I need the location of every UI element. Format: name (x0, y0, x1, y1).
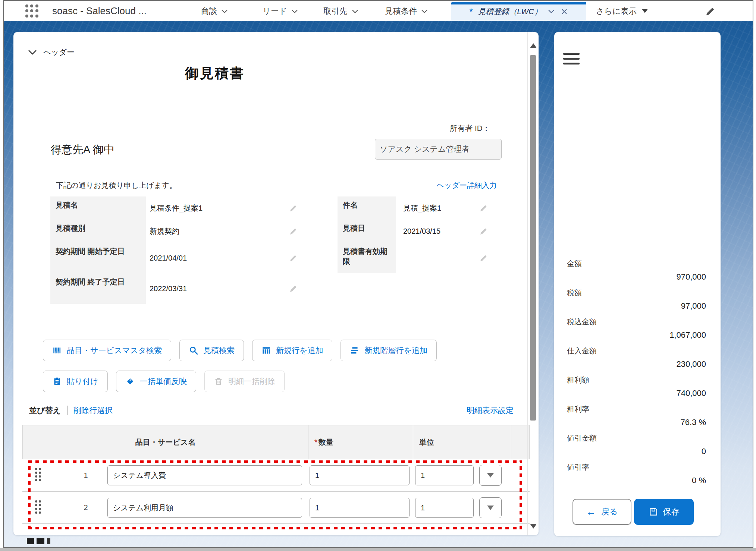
nav-tab-account[interactable]: 取引先 (323, 6, 359, 16)
header-section-toggle[interactable]: ヘッダー (28, 47, 74, 57)
display-settings-link[interactable]: 明細表示設定 (467, 405, 514, 416)
price-tag-icon (125, 377, 135, 386)
scroll-down-arrow-icon[interactable] (530, 524, 537, 529)
nav-tab-quote-registration-active[interactable]: * 見積登録（LWC） (451, 2, 586, 21)
edit-pencil-icon[interactable] (289, 284, 298, 293)
top-navigation-bar: soasc - SalesCloud ... 商談 リード 取引先 見積条件 *… (4, 1, 753, 21)
nav-tab-label: 見積条件 (385, 6, 417, 16)
add-row-button[interactable]: 新規行を追加 (252, 340, 333, 361)
select-delete-rows-link[interactable]: 削除行選択 (73, 405, 113, 416)
toolbar-row-1: 品目・サービスマスタ検索 見積検索 新規行を追加 新規階層行を追加 (43, 340, 445, 361)
row-number: 1 (78, 459, 93, 491)
nav-tab-quote-condition[interactable]: 見積条件 (385, 6, 428, 16)
vertical-scrollbar[interactable] (527, 32, 539, 535)
summary-value: 970,000 (567, 271, 706, 283)
save-disk-icon (649, 507, 658, 517)
qty-input[interactable] (310, 498, 410, 518)
menu-hamburger-icon[interactable] (563, 53, 580, 67)
table-body: 1 2 (22, 459, 530, 524)
more-tabs-button[interactable]: さらに表示 (596, 6, 648, 16)
button-label: 戻る (601, 506, 618, 517)
paste-button[interactable]: 貼り付け (43, 371, 108, 392)
field-value: 2021/04/01 (150, 254, 187, 262)
divider (67, 406, 68, 415)
quote-search-button[interactable]: 見積検索 (179, 340, 244, 361)
item-name-input[interactable] (107, 465, 302, 485)
item-name-input[interactable] (107, 498, 302, 518)
edit-pencil-icon[interactable] (479, 204, 488, 212)
scrollbar-thumb[interactable] (530, 55, 536, 421)
nav-tab-label: リード (263, 6, 287, 16)
unit-dropdown-button[interactable] (479, 497, 502, 518)
summary-item-tax-included: 税込金額 1,067,000 (567, 317, 706, 341)
field-row-subject: 件名 見積_提案1 (338, 196, 517, 220)
edit-pencil-icon[interactable] (479, 227, 488, 236)
arrow-left-icon: ← (586, 507, 596, 517)
edit-pencil-icon[interactable] (289, 227, 298, 236)
summary-label: 粗利額 (567, 375, 706, 385)
button-label: 貼り付け (67, 376, 98, 387)
summary-panel: 金額 970,000 税額 97,000 税込金額 1,067,000 仕入金額… (554, 32, 721, 536)
nav-tab-label: 取引先 (323, 6, 348, 16)
unit-dropdown-button[interactable] (479, 465, 502, 486)
scroll-up-arrow-icon[interactable] (530, 43, 537, 48)
drag-handle-icon[interactable] (35, 468, 41, 481)
sort-label[interactable]: 並び替え (29, 405, 61, 416)
summary-list: 金額 970,000 税額 97,000 税込金額 1,067,000 仕入金額… (567, 259, 706, 491)
field-value: 見積_提案1 (403, 203, 441, 213)
field-label: 契約期間 開始予定日 (50, 243, 146, 273)
back-button[interactable]: ← 戻る (573, 499, 631, 525)
summary-label: 仕入金額 (567, 346, 706, 356)
hierarchy-rows-icon (350, 346, 360, 355)
edit-pencil-icon[interactable] (289, 204, 298, 212)
button-label: 明細一括削除 (228, 376, 275, 387)
required-mark: * (314, 438, 317, 447)
header-section-label: ヘッダー (43, 47, 74, 57)
save-button[interactable]: 保存 (634, 499, 694, 525)
barcode-icon (52, 346, 62, 355)
field-value: 見積条件_提案1 (150, 203, 203, 213)
edit-page-pencil-icon[interactable] (705, 6, 716, 17)
qty-input[interactable] (310, 465, 410, 485)
table-header-row: 品目・サービス名 * 数量 単位 (22, 425, 530, 459)
chevron-down-icon (221, 8, 228, 15)
summary-label: 金額 (567, 259, 706, 268)
trash-icon (214, 377, 223, 386)
unsaved-indicator: * (470, 7, 473, 16)
column-header-item-name: 品目・サービス名 (23, 425, 308, 459)
owner-id-field: ソアスク システム管理者 (375, 139, 502, 160)
close-icon[interactable] (561, 8, 568, 15)
clipped-bottom-content (27, 538, 50, 544)
fields-right-column: 件名 見積_提案1 見積日 2021/03/15 見積書有効期限 (338, 196, 517, 273)
app-window: soasc - SalesCloud ... 商談 リード 取引先 見積条件 *… (3, 0, 753, 548)
chevron-down-icon[interactable] (547, 8, 555, 15)
summary-label: 値引金額 (567, 433, 706, 443)
row-number: 2 (78, 492, 93, 523)
bulk-unit-price-button[interactable]: 一括単価反映 (116, 371, 196, 392)
active-tab-label: 見積登録（LWC） (478, 6, 542, 17)
summary-label: 税込金額 (567, 317, 706, 327)
app-launcher-icon[interactable] (25, 4, 39, 18)
table-row: 1 (22, 459, 530, 491)
drag-handle-icon[interactable] (35, 500, 41, 514)
edit-pencil-icon[interactable] (479, 254, 488, 262)
quote-form-panel: ヘッダー 御見積書 所有者 ID： ソアスク システム管理者 得意先A 御中 下… (13, 32, 539, 535)
master-search-button[interactable]: 品目・サービスマスタ検索 (43, 340, 171, 361)
add-hierarchy-row-button[interactable]: 新規階層行を追加 (341, 340, 437, 361)
summary-item-amount: 金額 970,000 (567, 259, 706, 283)
summary-value: 230,000 (567, 359, 706, 370)
bulk-delete-button[interactable]: 明細一括削除 (204, 371, 285, 392)
field-value: 2021/03/15 (403, 227, 440, 236)
button-label: 品目・サービスマスタ検索 (67, 345, 162, 356)
nav-tab-opportunity[interactable]: 商談 (201, 6, 228, 16)
edit-pencil-icon[interactable] (289, 254, 298, 262)
unit-input[interactable] (415, 465, 474, 485)
column-header-qty-label: 数量 (319, 437, 333, 447)
nav-tab-lead[interactable]: リード (263, 6, 298, 16)
unit-input[interactable] (415, 498, 474, 518)
summary-value: 1,067,000 (567, 330, 706, 341)
customer-name: 得意先A 御中 (51, 142, 115, 157)
button-label: 見積検索 (203, 345, 235, 356)
nav-tab-label: 商談 (201, 6, 217, 16)
header-detail-link[interactable]: ヘッダー詳細入力 (437, 180, 497, 191)
